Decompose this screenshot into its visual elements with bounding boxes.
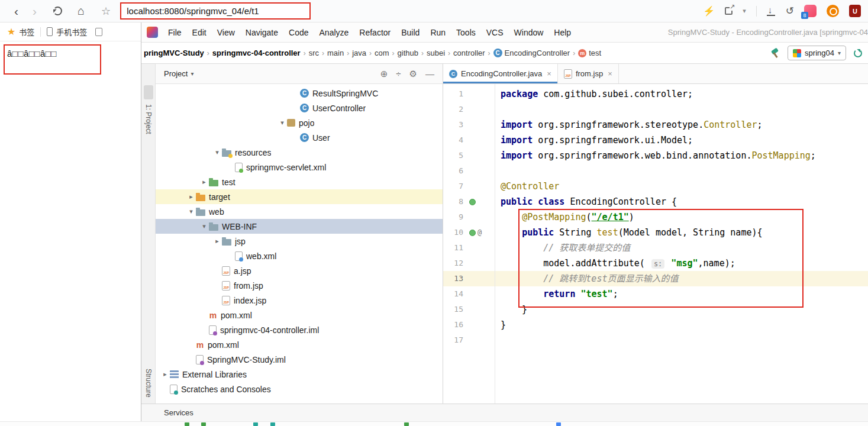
menu-analyze[interactable]: Analyze (314, 22, 354, 43)
chevron-right-icon[interactable]: ▸ (186, 193, 196, 201)
code-line-10[interactable]: public String test(Model model, String n… (496, 225, 868, 240)
breadcrumb-src[interactable]: src (308, 49, 320, 57)
close-icon[interactable]: × (608, 69, 612, 78)
code-line-14[interactable]: return "test"; (496, 286, 868, 302)
refresh-rerun-icon[interactable] (854, 49, 862, 57)
code-line-1[interactable]: package com.github.subei.controller; (496, 86, 868, 102)
tree-item-web-inf[interactable]: ▾WEB-INF (156, 219, 443, 234)
menu-vcs[interactable]: VCS (481, 22, 509, 43)
tree-item-test[interactable]: ▸test (156, 175, 443, 189)
extension-pink-icon[interactable]: 8 (804, 5, 817, 17)
extension-orange-icon[interactable] (827, 5, 839, 17)
code-line-13[interactable]: // 跳转到test页面显示输入的值 (496, 271, 868, 286)
menu-window[interactable]: Window (509, 22, 549, 43)
taskbar-icon[interactable] (404, 422, 409, 426)
forward-icon[interactable]: › (33, 5, 37, 17)
tree-item-index-jsp[interactable]: index.jsp (156, 293, 443, 308)
chevron-down-icon[interactable]: ▾ (743, 7, 746, 15)
tree-item-resources[interactable]: ▾resources (156, 145, 443, 160)
tree-item-web[interactable]: ▾web (156, 204, 443, 219)
code-line-3[interactable]: import org.springframework.stereotype.Co… (496, 117, 868, 133)
code-line-9[interactable]: @PostMapping("/e/t1") (496, 209, 868, 225)
menu-build[interactable]: Build (396, 22, 425, 43)
breadcrumb-encodingcontroller[interactable]: CEncodingController (492, 49, 572, 57)
breadcrumb-java[interactable]: java (351, 49, 367, 57)
annotation-gutter-icon[interactable]: @ (477, 228, 482, 237)
run-config-selector[interactable]: spring04 ▾ (788, 46, 846, 60)
editor-body[interactable]: 12345678910@11121314151617 package com.g… (443, 84, 868, 404)
share-icon[interactable] (725, 7, 733, 15)
menu-refactor[interactable]: Refactor (354, 22, 396, 43)
tree-item-web-xml[interactable]: web.xml (156, 248, 443, 263)
code-line-6[interactable] (496, 163, 868, 179)
spring-bean-icon[interactable] (469, 199, 476, 205)
menu-help[interactable]: Help (548, 22, 576, 43)
tree-item-user[interactable]: CUser (156, 130, 443, 145)
locate-icon[interactable]: ⊕ (380, 69, 388, 79)
lightning-icon[interactable]: ⚡ (703, 5, 715, 17)
tree-item-a-jsp[interactable]: a.jsp (156, 263, 443, 278)
tree-item-usercontroller[interactable]: CUserController (156, 101, 443, 115)
services-label[interactable]: Services (164, 408, 193, 417)
page-icon[interactable] (95, 28, 102, 36)
tree-item-springmvc-study-iml[interactable]: SpringMVC-Study.iml (156, 352, 443, 367)
tree-item-target[interactable]: ▸target (156, 189, 443, 204)
project-panel-title[interactable]: Project ▾ (164, 69, 194, 78)
taskbar-icon[interactable] (253, 422, 258, 426)
tree-item-from-jsp[interactable]: from.jsp (156, 278, 443, 293)
taskbar-icon[interactable] (201, 422, 206, 426)
code-line-17[interactable] (496, 333, 868, 348)
mobile-bookmarks-label[interactable]: 手机书签 (56, 26, 87, 37)
breadcrumb-test[interactable]: mtest (577, 49, 602, 57)
tree-item-springmvc-04-controller-iml[interactable]: springmvc-04-controller.iml (156, 322, 443, 337)
home-icon[interactable]: ⌂ (78, 4, 85, 18)
menu-edit[interactable]: Edit (187, 22, 212, 43)
tree-item-scratches-and-consoles[interactable]: Scratches and Consoles (156, 382, 443, 396)
taskbar-icon[interactable] (270, 422, 275, 426)
collapse-all-icon[interactable]: ÷ (396, 69, 401, 79)
breadcrumb-main[interactable]: main (326, 49, 345, 57)
chevron-down-icon[interactable]: ▾ (277, 119, 287, 127)
taskbar-icon[interactable] (556, 422, 561, 426)
download-icon[interactable] (767, 7, 776, 16)
toolwindow-project-label[interactable]: 1: Project (144, 104, 153, 134)
code-line-16[interactable]: } (496, 317, 868, 333)
build-hammer-icon[interactable] (770, 49, 780, 58)
hide-panel-icon[interactable]: — (425, 69, 434, 79)
toolwindow-structure-label[interactable]: Structure (144, 369, 153, 398)
tree-item-springmvc-servlet-xml[interactable]: springmvc-servlet.xml (156, 160, 443, 175)
chevron-right-icon[interactable]: ▸ (212, 237, 222, 245)
close-icon[interactable]: × (547, 69, 551, 78)
breadcrumb-github[interactable]: github (396, 49, 420, 57)
tree-item-resultspringmvc[interactable]: CResultSpringMVC (156, 86, 443, 101)
menu-tools[interactable]: Tools (451, 22, 481, 43)
code-line-8[interactable]: public class EncodingController { (496, 194, 868, 209)
code-line-4[interactable]: import org.springframework.ui.Model; (496, 133, 868, 148)
chevron-right-icon[interactable]: ▸ (199, 178, 209, 186)
code-line-2[interactable] (496, 102, 868, 117)
toolwindow-button-icon[interactable] (144, 85, 153, 99)
chevron-down-icon[interactable]: ▾ (199, 222, 209, 230)
breadcrumb-springmvc-04-controller[interactable]: springmvc-04-controller (211, 49, 302, 57)
menu-code[interactable]: Code (283, 22, 314, 43)
code-line-12[interactable]: model.addAttribute( s: "msg",name); (496, 256, 868, 271)
bookmarks-label[interactable]: 书签 (19, 26, 34, 37)
chevron-down-icon[interactable]: ▾ (212, 149, 222, 156)
tree-item-external-libraries[interactable]: ▸External Libraries (156, 367, 443, 382)
history-undo-icon[interactable]: ↺ (786, 5, 794, 17)
extension-shield-icon[interactable]: U (849, 5, 861, 17)
breadcrumb-pringmvc-study[interactable]: pringMVC-Study (143, 49, 205, 57)
breadcrumb-controller[interactable]: controller (452, 49, 486, 57)
breadcrumb-subei[interactable]: subei (425, 49, 446, 57)
menu-navigate[interactable]: Navigate (240, 22, 283, 43)
menu-run[interactable]: Run (425, 22, 451, 43)
back-icon[interactable]: ‹ (14, 5, 18, 17)
tab-from-jsp[interactable]: from.jsp × (558, 64, 619, 83)
code-line-11[interactable]: // 获取表单提交的值 (496, 240, 868, 256)
code-line-7[interactable]: @Controller (496, 179, 868, 194)
chevron-right-icon[interactable]: ▸ (160, 370, 170, 378)
taskbar-icon[interactable] (185, 422, 189, 426)
tree-item-pojo[interactable]: ▾pojo (156, 115, 443, 130)
code-area[interactable]: package com.github.subei.controller;impo… (496, 84, 868, 404)
code-line-5[interactable]: import org.springframework.web.bind.anno… (496, 148, 868, 163)
